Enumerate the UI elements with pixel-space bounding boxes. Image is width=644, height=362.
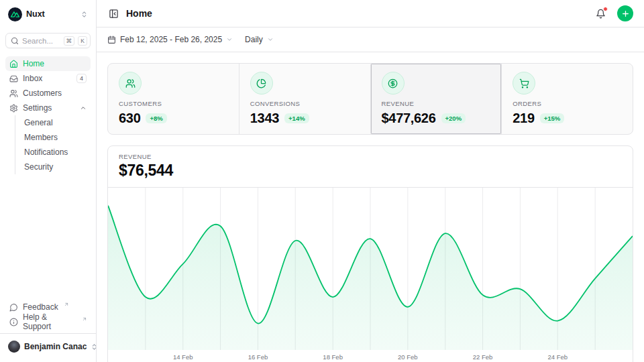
workspace-switcher[interactable]: Nuxt xyxy=(5,6,91,22)
sidebar-item-members[interactable]: Members xyxy=(15,130,91,145)
page-content: CUSTOMERS 630 +8% CONVERSIONS 1343 +14% xyxy=(97,52,644,362)
gear-icon xyxy=(9,104,18,113)
nuxt-logo xyxy=(8,7,22,21)
chevrons-up-down-icon xyxy=(80,11,88,18)
chart-header: REVENUE $76,544 xyxy=(108,146,633,188)
sidebar-item-notifications[interactable]: Notifications xyxy=(15,145,91,160)
user-name: Benjamin Canac xyxy=(24,342,87,351)
avatar xyxy=(8,341,20,353)
external-link-icon xyxy=(82,316,87,322)
nuxt-logo-icon xyxy=(11,10,19,19)
sidebar-subitem-label: Members xyxy=(24,133,58,142)
house-icon xyxy=(9,60,18,68)
sidebar-item-label: Settings xyxy=(23,103,52,113)
workspace-name: Nuxt xyxy=(26,9,76,19)
stat-customers[interactable]: CUSTOMERS 630 +8% xyxy=(108,64,239,134)
inbox-icon xyxy=(9,74,18,83)
sidebar-item-customers[interactable]: Customers xyxy=(5,86,91,101)
kbd-meta: ⌘ xyxy=(64,36,75,46)
notifications-button[interactable] xyxy=(594,7,607,20)
period-label: Daily xyxy=(245,35,263,44)
x-axis-tick: 16 Feb xyxy=(248,353,268,361)
x-axis-tick: 22 Feb xyxy=(473,353,493,361)
stat-delta-badge: +14% xyxy=(284,113,309,123)
sidebar-item-help-support[interactable]: Help & Support xyxy=(5,314,91,329)
search-icon xyxy=(11,37,19,45)
stat-value: 1343 xyxy=(250,110,279,126)
circle-dollar-icon xyxy=(382,72,405,95)
settings-subnav: General Members Notifications Security xyxy=(15,115,91,174)
revenue-area-chart xyxy=(108,188,633,350)
notification-dot xyxy=(603,7,608,11)
chart-metric-label: REVENUE xyxy=(119,153,622,160)
chart-x-axis: 14 Feb16 Feb18 Feb20 Feb22 Feb24 Feb xyxy=(108,350,633,362)
sidebar-item-label: Help & Support xyxy=(23,312,76,331)
sidebar-divider xyxy=(0,333,96,334)
sidebar-item-label: Inbox xyxy=(23,74,42,83)
stats-row: CUSTOMERS 630 +8% CONVERSIONS 1343 +14% xyxy=(107,63,633,135)
sidebar-spacer xyxy=(5,174,91,300)
x-axis-tick: 18 Feb xyxy=(323,353,343,361)
sidebar-item-inbox[interactable]: Inbox 4 xyxy=(5,71,91,86)
sidebar-item-label: Feedback xyxy=(23,302,58,312)
users-icon xyxy=(9,89,18,98)
sidebar-item-security[interactable]: Security xyxy=(15,160,91,174)
x-axis-tick: 24 Feb xyxy=(547,353,568,361)
calendar-icon xyxy=(107,36,116,44)
plus-icon xyxy=(621,9,630,18)
kbd-k: K xyxy=(78,36,87,46)
stat-delta-badge: +15% xyxy=(540,113,565,123)
stat-conversions[interactable]: CONVERSIONS 1343 +14% xyxy=(239,64,370,134)
users-icon xyxy=(119,72,142,95)
add-button[interactable] xyxy=(617,5,633,21)
user-menu[interactable]: Benjamin Canac xyxy=(5,337,91,357)
chart-metric-value: $76,544 xyxy=(119,162,622,179)
stat-delta-badge: +20% xyxy=(441,113,466,123)
inbox-count-badge: 4 xyxy=(76,74,87,83)
stat-label: CUSTOMERS xyxy=(119,100,228,107)
sidebar-item-general[interactable]: General xyxy=(15,115,91,130)
sidebar-subitem-label: General xyxy=(24,118,53,127)
search-placeholder: Search... xyxy=(22,37,60,45)
sidebar: Nuxt Search... ⌘ K Home Inbox 4 Customer… xyxy=(0,0,97,362)
message-circle-icon xyxy=(9,303,18,312)
x-axis-tick: 14 Feb xyxy=(173,353,193,361)
sidebar-item-label: Customers xyxy=(23,88,62,98)
stat-delta-badge: +8% xyxy=(146,113,166,123)
stat-label: CONVERSIONS xyxy=(250,100,360,107)
chevron-down-icon xyxy=(226,36,233,43)
revenue-chart-plot[interactable] xyxy=(108,188,633,350)
chart-pie-icon xyxy=(250,72,273,95)
chevron-down-icon xyxy=(267,36,274,43)
stat-revenue[interactable]: REVENUE $477,626 +20% xyxy=(370,64,502,134)
chevron-up-icon xyxy=(80,105,87,111)
stat-value: $477,626 xyxy=(382,110,436,126)
date-range-label: Feb 12, 2025 - Feb 26, 2025 xyxy=(120,35,222,44)
sidebar-subitem-label: Security xyxy=(24,162,53,172)
panel-left-close-icon xyxy=(109,9,119,19)
revenue-chart-card: REVENUE $76,544 14 Feb16 Feb18 Feb20 Feb… xyxy=(107,145,633,362)
collapse-sidebar-button[interactable] xyxy=(107,7,120,20)
stat-value: 630 xyxy=(119,110,140,126)
stat-label: REVENUE xyxy=(382,100,491,107)
sidebar-item-settings[interactable]: Settings xyxy=(5,101,91,115)
date-range-picker[interactable]: Feb 12, 2025 - Feb 26, 2025 xyxy=(107,35,233,44)
main-area: Home Feb 12, 2025 - Feb 26, 2025 Daily xyxy=(97,0,644,362)
filters-toolbar: Feb 12, 2025 - Feb 26, 2025 Daily xyxy=(97,27,644,52)
search-input[interactable]: Search... ⌘ K xyxy=(5,33,91,48)
sidebar-item-home[interactable]: Home xyxy=(5,56,91,71)
stat-label: ORDERS xyxy=(513,100,622,107)
sidebar-nav: Home Inbox 4 Customers Settings Ge xyxy=(5,56,91,174)
sidebar-subitem-label: Notifications xyxy=(24,147,68,157)
sidebar-item-label: Home xyxy=(23,59,44,68)
x-axis-tick: 20 Feb xyxy=(398,353,418,361)
period-select[interactable]: Daily xyxy=(245,35,274,44)
stat-orders[interactable]: ORDERS 219 +15% xyxy=(501,64,633,134)
shopping-cart-icon xyxy=(513,72,535,95)
info-icon xyxy=(9,318,18,326)
stat-value: 219 xyxy=(513,110,534,126)
page-header: Home xyxy=(97,0,644,27)
page-title: Home xyxy=(126,8,588,19)
external-link-icon xyxy=(64,302,69,307)
